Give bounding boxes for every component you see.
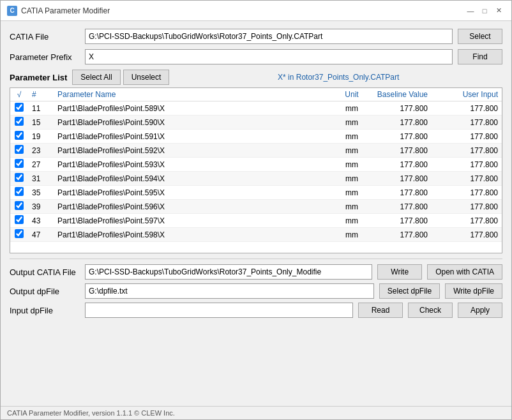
row-checkbox[interactable]: [15, 201, 24, 210]
table-row: 19 Part1\BladeProfiles\Point.591\X mm 17…: [10, 130, 502, 144]
row-unit: mm: [336, 116, 368, 130]
window-controls: — □ ✕: [464, 4, 505, 17]
output-catia-label: Output CATIA File: [10, 267, 80, 277]
maximize-button[interactable]: □: [478, 4, 491, 17]
row-checkbox[interactable]: [15, 159, 24, 168]
parameter-list-section: Parameter List Select All Unselect X* in…: [10, 70, 502, 253]
row-baseline: 177.800: [368, 186, 432, 200]
input-dp-row: Input dpFile Read Check Apply: [10, 303, 502, 318]
row-unit: mm: [336, 186, 368, 200]
row-checkbox[interactable]: [15, 131, 24, 140]
col-name: Parameter Name: [54, 88, 336, 101]
close-button[interactable]: ✕: [492, 4, 505, 17]
row-checkbox-cell[interactable]: [10, 101, 28, 116]
row-baseline: 177.800: [368, 228, 432, 242]
row-baseline: 177.800: [368, 101, 432, 116]
app-icon: C: [7, 6, 17, 16]
row-userinput: 177.800: [432, 116, 502, 130]
row-baseline: 177.800: [368, 158, 432, 172]
row-unit: mm: [336, 200, 368, 214]
catia-file-input[interactable]: [85, 29, 453, 44]
row-num: 31: [28, 172, 54, 186]
output-catia-row: Output CATIA File Write Open with CATIA: [10, 264, 502, 280]
table-row: 23 Part1\BladeProfiles\Point.592\X mm 17…: [10, 144, 502, 158]
write-catia-button[interactable]: Write: [377, 264, 422, 280]
parameter-table-wrapper[interactable]: √ # Parameter Name Unit Baseline Value U…: [10, 87, 502, 253]
row-num: 39: [28, 200, 54, 214]
row-name: Part1\BladeProfiles\Point.595\X: [54, 186, 336, 200]
row-checkbox[interactable]: [15, 117, 24, 126]
catia-file-row: CATIA File Select: [10, 29, 502, 44]
select-dp-button[interactable]: Select dpFile: [379, 283, 440, 299]
find-button[interactable]: Find: [458, 49, 502, 64]
output-dp-input[interactable]: [85, 283, 374, 299]
row-name: Part1\BladeProfiles\Point.598\X: [54, 228, 336, 242]
row-baseline: 177.800: [368, 172, 432, 186]
row-name: Part1\BladeProfiles\Point.593\X: [54, 158, 336, 172]
row-name: Part1\BladeProfiles\Point.589\X: [54, 101, 336, 116]
row-baseline: 177.800: [368, 130, 432, 144]
input-dp-input[interactable]: [85, 303, 353, 318]
apply-button[interactable]: Apply: [458, 303, 502, 318]
parameter-prefix-input[interactable]: [85, 49, 453, 64]
row-num: 27: [28, 158, 54, 172]
row-name: Part1\BladeProfiles\Point.590\X: [54, 116, 336, 130]
parameter-list-header: Parameter List Select All Unselect X* in…: [10, 70, 502, 85]
parameter-prefix-label: Parameter Prefix: [10, 52, 80, 62]
row-checkbox-cell[interactable]: [10, 130, 28, 144]
select-all-button[interactable]: Select All: [72, 70, 120, 85]
output-catia-input[interactable]: [85, 264, 372, 280]
row-checkbox-cell[interactable]: [10, 228, 28, 242]
row-num: 23: [28, 144, 54, 158]
row-checkbox[interactable]: [15, 103, 24, 112]
row-checkbox-cell[interactable]: [10, 116, 28, 130]
row-name: Part1\BladeProfiles\Point.591\X: [54, 130, 336, 144]
row-checkbox-cell[interactable]: [10, 172, 28, 186]
filter-text: X* in Rotor37_Points_Only.CATPart: [174, 73, 502, 82]
row-num: 47: [28, 228, 54, 242]
row-checkbox[interactable]: [15, 173, 24, 182]
col-unit: Unit: [336, 88, 368, 101]
row-name: Part1\BladeProfiles\Point.596\X: [54, 200, 336, 214]
table-row: 31 Part1\BladeProfiles\Point.594\X mm 17…: [10, 172, 502, 186]
row-unit: mm: [336, 228, 368, 242]
col-num: #: [28, 88, 54, 101]
row-userinput: 177.800: [432, 214, 502, 228]
minimize-button[interactable]: —: [464, 4, 477, 17]
row-checkbox-cell[interactable]: [10, 186, 28, 200]
row-checkbox-cell[interactable]: [10, 200, 28, 214]
row-checkbox-cell[interactable]: [10, 144, 28, 158]
write-dp-button[interactable]: Write dpFile: [445, 283, 502, 299]
row-checkbox-cell[interactable]: [10, 158, 28, 172]
row-checkbox-cell[interactable]: [10, 214, 28, 228]
col-baseline: Baseline Value: [368, 88, 432, 101]
row-name: Part1\BladeProfiles\Point.594\X: [54, 172, 336, 186]
col-checked: √: [10, 88, 28, 101]
open-catia-button[interactable]: Open with CATIA: [427, 264, 502, 280]
unselect-button[interactable]: Unselect: [123, 70, 170, 85]
input-dp-label: Input dpFile: [10, 306, 80, 315]
row-userinput: 177.800: [432, 158, 502, 172]
catia-file-label: CATIA File: [10, 32, 80, 41]
status-bar: CATIA Parameter Modifier, version 1.1.1 …: [1, 406, 511, 419]
table-row: 47 Part1\BladeProfiles\Point.598\X mm 17…: [10, 228, 502, 242]
output-dp-label: Output dpFile: [10, 287, 80, 296]
check-button[interactable]: Check: [408, 303, 453, 318]
row-baseline: 177.800: [368, 116, 432, 130]
row-baseline: 177.800: [368, 214, 432, 228]
row-unit: mm: [336, 158, 368, 172]
row-unit: mm: [336, 214, 368, 228]
read-button[interactable]: Read: [358, 303, 403, 318]
row-checkbox[interactable]: [15, 187, 24, 196]
title-bar: C CATIA Parameter Modifier — □ ✕: [1, 1, 511, 21]
row-num: 35: [28, 186, 54, 200]
catia-file-select-button[interactable]: Select: [458, 29, 502, 44]
output-section: Output CATIA File Write Open with CATIA …: [10, 259, 502, 318]
parameter-list-title: Parameter List: [10, 73, 67, 82]
row-userinput: 177.800: [432, 101, 502, 116]
table-body: 11 Part1\BladeProfiles\Point.589\X mm 17…: [10, 101, 502, 242]
row-checkbox[interactable]: [15, 145, 24, 154]
row-checkbox[interactable]: [15, 229, 24, 238]
row-checkbox[interactable]: [15, 215, 24, 224]
row-userinput: 177.800: [432, 228, 502, 242]
